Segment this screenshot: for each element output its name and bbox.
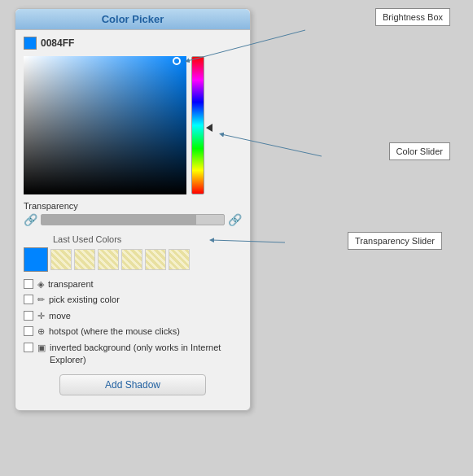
hex-value: 0084FF	[41, 37, 74, 49]
option-inverted-bg: ▣ inverted background (only works in Int…	[24, 342, 242, 367]
options-list: ◈ transparent ✏ pick existing color ✛ mo…	[24, 278, 242, 366]
panel-title: Color Picker	[15, 9, 250, 30]
color-area	[24, 56, 242, 194]
add-shadow-button[interactable]: Add Shadow	[59, 374, 206, 395]
option-move: ✛ move	[24, 310, 242, 322]
move-icon: ✛	[37, 310, 45, 322]
transparency-slider-fill	[42, 215, 196, 225]
last-used-swatches	[24, 247, 242, 272]
color-picker-panel: Color Picker 0084FF Transparency	[15, 8, 251, 411]
last-used-label: Last Used Colors	[53, 234, 242, 244]
option-inverted-checkbox[interactable]	[24, 343, 33, 352]
color-slider-track[interactable]	[191, 56, 204, 194]
transparency-icon-left: 🔗	[24, 213, 37, 226]
color-swatch	[24, 37, 37, 50]
transparency-icon-right: 🔗	[228, 213, 242, 226]
option-transparent-label: transparent	[48, 278, 94, 290]
color-slider-container	[191, 56, 209, 194]
last-used-swatch-3[interactable]	[98, 249, 119, 270]
option-pick-existing: ✏ pick existing color	[24, 294, 242, 306]
last-used-swatch-2[interactable]	[74, 249, 95, 270]
option-pick-label: pick existing color	[49, 294, 120, 306]
option-hotspot-label: hotspot (where the mouse clicks)	[49, 325, 180, 338]
option-pick-checkbox[interactable]	[24, 295, 33, 304]
panel-body: 0084FF Transparency 🔗 🔗	[15, 30, 250, 402]
hotspot-icon: ⊕	[37, 325, 45, 338]
transparent-icon: ◈	[37, 278, 44, 290]
last-used-swatch-5[interactable]	[145, 249, 166, 270]
last-used-swatch-1[interactable]	[50, 249, 72, 270]
last-used-swatch-4[interactable]	[121, 249, 142, 270]
page-wrapper: Color Picker 0084FF Transparency	[0, 0, 473, 476]
last-used-swatch-6[interactable]	[169, 249, 190, 270]
option-hotspot: ⊕ hotspot (where the mouse clicks)	[24, 325, 242, 338]
gradient-box[interactable]	[24, 56, 186, 194]
transparency-label: Transparency	[24, 201, 242, 211]
inverted-bg-icon: ▣	[37, 342, 46, 354]
option-inverted-label: inverted background (only works in Inter…	[50, 342, 242, 367]
option-move-label: move	[49, 310, 71, 322]
color-slider-handle	[206, 124, 212, 132]
transparency-row: 🔗 🔗	[24, 213, 242, 226]
option-hotspot-checkbox[interactable]	[24, 326, 33, 336]
option-transparent: ◈ transparent	[24, 278, 242, 290]
hex-row: 0084FF	[24, 37, 242, 50]
option-move-checkbox[interactable]	[24, 311, 33, 321]
pick-existing-icon: ✏	[37, 294, 45, 306]
last-used-section: Last Used Colors	[24, 234, 242, 272]
current-color-swatch[interactable]	[24, 247, 48, 272]
transparency-slider[interactable]	[41, 214, 225, 225]
callout-transparency-slider: Transparency Slider	[348, 232, 442, 250]
option-transparent-checkbox[interactable]	[24, 279, 33, 289]
gradient-background	[24, 56, 186, 194]
callout-color-slider: Color Slider	[389, 142, 450, 160]
callout-brightness: Brightness Box	[375, 8, 450, 26]
